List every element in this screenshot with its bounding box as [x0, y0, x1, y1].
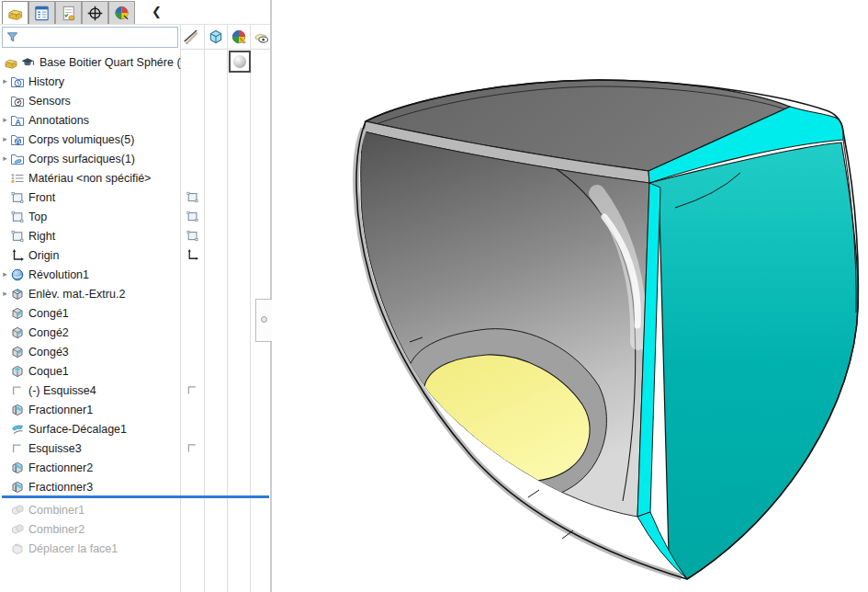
- hide-show-column-header[interactable]: [183, 28, 199, 45]
- tree-item-front[interactable]: Front: [0, 188, 180, 207]
- tree-item-mat-riau-non-sp-cifi-[interactable]: Matériau <non spécifié>: [0, 168, 180, 188]
- pane-column-line: [227, 25, 228, 592]
- eye-part-icon: [254, 28, 270, 45]
- surface-offset-icon: [10, 422, 25, 437]
- tree-item-label: Annotations: [28, 114, 89, 127]
- tree-item-cong-3[interactable]: Congé3: [0, 342, 180, 361]
- tree-item-base-boitier-quart-sph-re-[interactable]: Base Boitier Quart Sphére (: [0, 52, 184, 72]
- display-mode-column-header[interactable]: [208, 28, 224, 45]
- featuremanager-panel: ❮ Base Boitier Quart Sphére (▸HistorySen…: [0, 0, 272, 592]
- expand-arrow-icon[interactable]: ▸: [0, 110, 10, 130]
- solidworks-window: ❮ Base Boitier Quart Sphére (▸HistorySen…: [0, 0, 868, 592]
- tree-item-label: Congé3: [28, 346, 69, 359]
- folder-solids-icon: [10, 132, 25, 147]
- model-teal-body-face[interactable]: [649, 142, 858, 579]
- sketch-icon: [10, 383, 25, 398]
- wheel-pencil-icon: [231, 28, 247, 45]
- tree-item-label: Sensors: [28, 95, 71, 108]
- tree-item-cong-1[interactable]: Congé1: [0, 303, 180, 323]
- pencil-slash-icon: [183, 28, 199, 45]
- folder-surfaces-icon: [10, 152, 25, 166]
- tree-item-enl-v-mat-extru-2[interactable]: ▸ Enlèv. mat.-Extru.2: [0, 284, 180, 303]
- expand-arrow-icon[interactable]: ▸: [0, 265, 10, 284]
- svg-text:A: A: [15, 117, 20, 126]
- tree-item-fractionner3[interactable]: Fractionner3: [0, 477, 180, 496]
- material-icon: [10, 171, 25, 186]
- tree-item-corps-volumiques-5-[interactable]: ▸Corps volumiques(5): [0, 130, 180, 149]
- tree-item-label: Coque1: [28, 365, 69, 378]
- pane-header-divider: [181, 49, 270, 50]
- pane-plane-icon[interactable]: [186, 229, 199, 243]
- pane-origin-icon[interactable]: [186, 248, 199, 262]
- tree-item-top[interactable]: Top: [0, 207, 180, 226]
- tree-item-label: Fractionner2: [28, 461, 93, 474]
- tree-item-combiner1[interactable]: Combiner1: [0, 500, 180, 519]
- tree-item-label: Révolution1: [28, 268, 89, 281]
- tree-item-label: Congé1: [28, 307, 69, 320]
- appearance-column-header[interactable]: [231, 28, 247, 45]
- tree-item-history[interactable]: ▸History: [0, 72, 180, 91]
- panel-splitter-handle[interactable]: [255, 299, 272, 342]
- tree-item-corps-surfaciques-1-[interactable]: ▸Corps surfaciques(1): [0, 149, 180, 168]
- tree-pane-divider: [180, 25, 181, 592]
- combine-icon: [10, 522, 25, 537]
- plane-icon: [10, 190, 25, 205]
- graphics-viewport[interactable]: [272, 0, 868, 592]
- tree-item-label: Corps volumiques(5): [28, 133, 134, 146]
- pane-plane-icon[interactable]: [186, 210, 199, 223]
- tree-item-label: Déplacer la face1: [28, 542, 118, 555]
- pane-plane-icon[interactable]: [186, 190, 199, 204]
- tree-item-sensors[interactable]: Sensors: [0, 91, 180, 110]
- tree-item-label: Esquisse3: [28, 442, 82, 455]
- expand-arrow-icon[interactable]: ▸: [0, 72, 10, 91]
- tree-item-label: Origin: [28, 249, 59, 262]
- tree-item-d-placer-la-face1[interactable]: Déplacer la face1: [0, 539, 180, 558]
- tree-item-label: Enlèv. mat.-Extru.2: [28, 288, 125, 301]
- tree-item-label: Combiner1: [28, 504, 85, 517]
- tree-item-origin[interactable]: Origin: [0, 245, 180, 265]
- tree-item-r-volution1[interactable]: ▸ Révolution1: [0, 265, 180, 284]
- revolve-icon: [10, 268, 25, 282]
- tree-item-esquisse3[interactable]: Esquisse3: [0, 438, 180, 458]
- tree-item-cong-2[interactable]: Congé2: [0, 323, 180, 342]
- split-icon: [10, 403, 25, 417]
- rollback-bar[interactable]: [2, 495, 269, 498]
- tree-item-right[interactable]: Right: [0, 226, 180, 245]
- tree-item-surface-d-calage1[interactable]: Surface-Décalage1: [0, 419, 180, 438]
- tree-item-label: Matériau <non spécifié>: [28, 172, 151, 185]
- cut-extrude-icon: [10, 287, 25, 302]
- model-base-boitier-quart-sphere[interactable]: [272, 0, 868, 592]
- pane-sketch-icon[interactable]: [186, 383, 199, 397]
- pane-sketch-icon[interactable]: [186, 441, 199, 455]
- cube3d-icon: [208, 28, 224, 45]
- tree-item-fractionner1[interactable]: Fractionner1: [0, 400, 180, 419]
- tree-item-label: Fractionner1: [28, 404, 93, 416]
- folder-history-icon: [10, 74, 25, 89]
- tree-item-annotations[interactable]: ▸AAnnotations: [0, 110, 180, 130]
- transparency-column-header[interactable]: [254, 28, 270, 45]
- split-icon: [10, 461, 25, 475]
- tree-item-label: Combiner2: [28, 523, 85, 536]
- plane-icon: [10, 210, 25, 224]
- tree-item-fractionner2[interactable]: Fractionner2: [0, 458, 180, 477]
- origin-icon: [10, 248, 25, 263]
- tree-item-label: History: [28, 75, 64, 88]
- splitter-dot-icon: [261, 316, 267, 323]
- tree-item-label: Congé2: [28, 326, 69, 339]
- plane-icon: [10, 229, 25, 244]
- tree-item-label: Fractionner3: [28, 481, 93, 494]
- expand-arrow-icon[interactable]: ▸: [0, 130, 10, 149]
- expand-arrow-icon[interactable]: ▸: [0, 284, 10, 303]
- tree-item--esquisse4[interactable]: (-) Esquisse4: [0, 381, 180, 400]
- cap-icon: [20, 55, 35, 70]
- tree-item-label: Base Boitier Quart Sphére (: [39, 56, 181, 69]
- tree-item-label: Corps surfaciques(1): [28, 153, 135, 165]
- pane-column-line: [204, 25, 205, 592]
- folder-sensors-icon: [10, 94, 25, 108]
- appearance-swatch[interactable]: [229, 51, 251, 73]
- tree-item-label: Right: [28, 230, 55, 243]
- expand-arrow-icon[interactable]: ▸: [0, 149, 10, 168]
- sketch-icon: [10, 441, 25, 456]
- tree-item-coque1[interactable]: Coque1: [0, 361, 180, 381]
- tree-item-combiner2[interactable]: Combiner2: [0, 519, 180, 539]
